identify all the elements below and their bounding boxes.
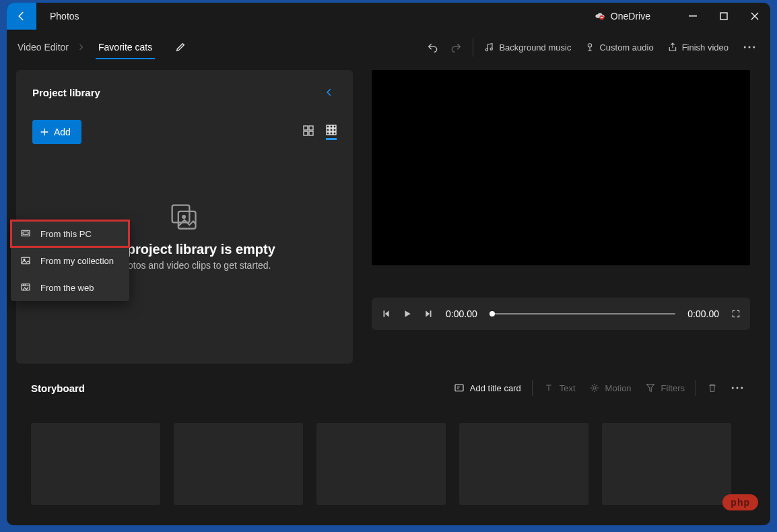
onedrive-status[interactable]: OneDrive [595, 11, 650, 22]
breadcrumb-root[interactable]: Video Editor [13, 36, 73, 58]
svg-point-35 [741, 387, 743, 389]
back-button[interactable] [7, 3, 36, 30]
storyboard-slot[interactable] [459, 423, 588, 505]
video-preview[interactable] [372, 70, 750, 265]
onedrive-icon [595, 11, 605, 22]
svg-point-4 [486, 48, 488, 51]
previous-frame-button[interactable] [381, 309, 391, 319]
play-button[interactable] [403, 309, 412, 319]
onedrive-label: OneDrive [611, 11, 650, 22]
svg-point-5 [490, 48, 492, 50]
collapse-library-button[interactable] [322, 85, 337, 100]
minimize-button[interactable] [677, 3, 708, 30]
svg-rect-31 [455, 385, 463, 391]
storyboard-slot[interactable] [31, 423, 160, 505]
playback-controls: 0:00.00 0:00.00 [372, 298, 750, 330]
chevron-right-icon [73, 43, 89, 51]
undo-button[interactable] [420, 38, 444, 57]
svg-point-32 [593, 387, 596, 389]
maximize-button[interactable] [708, 3, 739, 30]
storyboard-slot[interactable] [316, 423, 446, 505]
storyboard-slot[interactable] [174, 423, 303, 505]
filters-button[interactable]: Filters [638, 378, 691, 397]
project-name-tab[interactable]: Favorite cats [96, 35, 155, 59]
separator [473, 38, 473, 57]
editor-toolbar: Video Editor Favorite cats Background mu… [7, 30, 770, 65]
svg-rect-1 [601, 17, 603, 18]
svg-point-7 [744, 46, 746, 48]
menu-from-this-pc[interactable]: From this PC [11, 220, 129, 247]
svg-rect-30 [22, 284, 30, 290]
more-options-button[interactable] [735, 41, 764, 53]
main-area: Project library Add [7, 65, 770, 370]
svg-point-6 [588, 44, 592, 47]
svg-point-9 [753, 46, 755, 48]
storyboard-thumbs [31, 423, 750, 505]
svg-rect-28 [22, 257, 30, 263]
preview-panel: 0:00.00 0:00.00 [372, 70, 750, 364]
menu-from-the-web[interactable]: From the web [11, 274, 129, 301]
titlebar: Photos OneDrive [7, 3, 770, 30]
storyboard-panel: Storyboard Add title card Text Motion [7, 370, 770, 525]
rename-button[interactable] [171, 38, 190, 57]
svg-rect-3 [720, 13, 727, 20]
pc-icon [20, 228, 31, 239]
project-library-panel: Project library Add [16, 70, 353, 364]
text-button[interactable]: Text [537, 378, 582, 397]
photos-app-window: Photos OneDrive Video Editor Favorite ca… [7, 3, 770, 525]
svg-point-33 [732, 387, 734, 389]
fullscreen-button[interactable] [731, 309, 741, 319]
app-title: Photos [50, 11, 79, 22]
add-source-menu: From this PC From my collection From the… [11, 220, 129, 301]
svg-rect-23 [172, 205, 190, 222]
svg-point-34 [737, 387, 739, 389]
add-title-card-button[interactable]: Add title card [447, 378, 528, 397]
delete-button[interactable] [700, 378, 724, 397]
finish-video-button[interactable]: Finish video [661, 38, 735, 57]
empty-library-icon [170, 203, 199, 232]
menu-from-my-collection[interactable]: From my collection [11, 247, 129, 274]
storyboard-slot[interactable] [602, 423, 731, 505]
svg-rect-2 [689, 15, 697, 17]
redo-button[interactable] [444, 38, 469, 57]
storyboard-title: Storyboard [31, 383, 85, 394]
collection-icon [20, 255, 31, 266]
seek-slider[interactable] [489, 313, 676, 314]
custom-audio-button[interactable]: Custom audio [578, 38, 660, 57]
motion-button[interactable]: Motion [582, 378, 638, 397]
background-music-button[interactable]: Background music [477, 38, 578, 57]
close-button[interactable] [739, 3, 770, 30]
project-library-title: Project library [32, 87, 100, 98]
svg-rect-27 [23, 232, 28, 234]
svg-rect-24 [178, 211, 196, 228]
current-time: 0:00.00 [446, 308, 477, 319]
web-icon [20, 282, 31, 293]
svg-point-25 [182, 215, 185, 218]
total-time: 0:00.00 [687, 308, 719, 319]
next-frame-button[interactable] [424, 309, 434, 319]
watermark: php [722, 494, 758, 510]
storyboard-more-button[interactable] [724, 382, 750, 394]
svg-point-8 [749, 46, 751, 48]
